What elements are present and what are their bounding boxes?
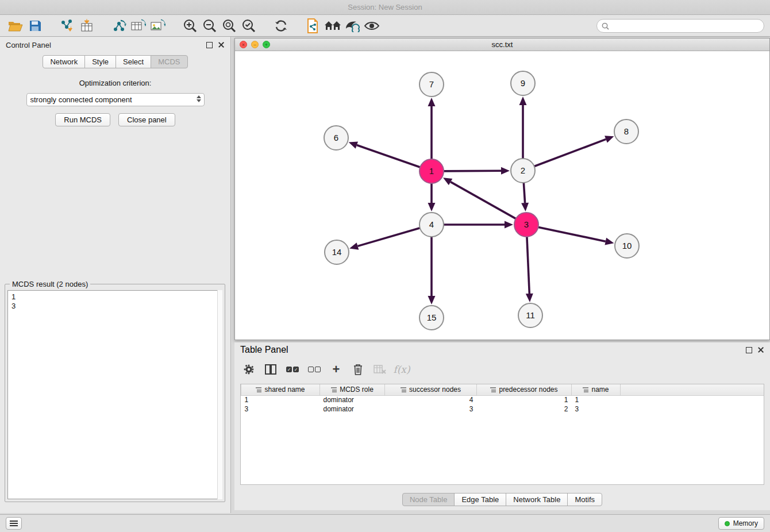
- show-hide-icon[interactable]: [362, 16, 382, 36]
- zoom-fit-icon[interactable]: [220, 16, 239, 36]
- edge-arrowhead: [349, 141, 358, 148]
- edge-arrowhead: [526, 294, 533, 302]
- graph-edge-1-6[interactable]: [357, 145, 421, 168]
- close-panel-icon[interactable]: [218, 41, 225, 48]
- deselect-all-icon[interactable]: [306, 361, 323, 378]
- edge-arrowhead: [501, 167, 510, 175]
- add-column-icon[interactable]: +: [328, 361, 345, 378]
- graph-node-4[interactable]: 4: [419, 213, 444, 237]
- export-network-file-icon[interactable]: [109, 16, 129, 36]
- tab-mcds[interactable]: MCDS: [151, 55, 187, 68]
- zoom-in-icon[interactable]: [180, 16, 200, 36]
- close-table-panel-icon[interactable]: [757, 346, 764, 353]
- minimize-window-icon[interactable]: −: [251, 41, 259, 48]
- network-graph[interactable]: 7968124314101511: [235, 51, 769, 340]
- graph-edge-2-8[interactable]: [533, 139, 606, 167]
- run-mcds-button[interactable]: Run MCDS: [55, 113, 110, 126]
- column-tree-icon: [256, 387, 261, 392]
- graph-node-1[interactable]: 1: [419, 159, 444, 183]
- tab-style[interactable]: Style: [84, 55, 116, 68]
- maximize-window-icon[interactable]: +: [263, 41, 270, 48]
- graph-node-10[interactable]: 10: [615, 234, 639, 258]
- float-table-panel-icon[interactable]: [746, 347, 752, 353]
- graph-edge-1-2[interactable]: [442, 171, 501, 171]
- zoom-out-icon[interactable]: [200, 16, 220, 36]
- table-header-row: shared nameMCDS rolesuccessor nodesprede…: [241, 384, 764, 395]
- table-row[interactable]: 1dominator411: [241, 395, 764, 404]
- table-tab-motifs[interactable]: Motifs: [567, 493, 602, 506]
- tab-select[interactable]: Select: [116, 55, 151, 68]
- optimization-criterion-dropdown[interactable]: strongly connected component: [26, 93, 205, 106]
- graph-node-11[interactable]: 11: [518, 303, 542, 327]
- column-tree-icon: [490, 387, 496, 392]
- delete-column-icon[interactable]: [349, 361, 367, 378]
- column-header-shared-name[interactable]: shared name: [241, 384, 320, 395]
- table-panel-header: Table Panel: [234, 342, 770, 357]
- graph-node-3[interactable]: 3: [514, 213, 538, 237]
- column-header-name[interactable]: name: [572, 384, 621, 395]
- close-panel-button[interactable]: Close panel: [118, 113, 175, 126]
- graph-node-7[interactable]: 7: [419, 72, 444, 97]
- table-tab-network-table[interactable]: Network Table: [506, 493, 568, 506]
- import-network-icon[interactable]: [57, 16, 77, 36]
- table-panel: Table Panel ✓✓ + f(x: [234, 342, 770, 510]
- memory-label: Memory: [733, 519, 758, 527]
- split-view-icon[interactable]: [262, 361, 279, 378]
- export-image-icon[interactable]: [148, 16, 168, 36]
- edge-arrowhead: [428, 98, 436, 106]
- network-canvas[interactable]: 7968124314101511: [235, 51, 769, 340]
- table-row[interactable]: 3dominator323: [241, 404, 764, 414]
- network-window-titlebar[interactable]: × − + scc.txt: [235, 38, 769, 51]
- column-header-predecessor-nodes[interactable]: predecessor nodes: [477, 384, 572, 395]
- delete-table-icon: [371, 361, 388, 378]
- save-session-icon[interactable]: [25, 16, 45, 36]
- mcds-result-fieldset: MCDS result (2 nodes) 1 3: [5, 284, 225, 502]
- memory-button[interactable]: Memory: [718, 517, 764, 530]
- graph-node-14[interactable]: 14: [325, 240, 349, 264]
- tab-network[interactable]: Network: [43, 55, 85, 68]
- list-icon: [10, 521, 18, 526]
- memory-status-icon: [725, 521, 730, 526]
- table-tab-node-table[interactable]: Node Table: [402, 493, 455, 506]
- graph-edge-3-10[interactable]: [537, 227, 606, 241]
- column-header-MCDS-role[interactable]: MCDS role: [320, 384, 385, 395]
- edge-arrowhead: [428, 296, 436, 304]
- graph-node-9[interactable]: 9: [511, 71, 535, 95]
- table-tab-edge-table[interactable]: Edge Table: [454, 493, 506, 506]
- search-icon: [602, 22, 609, 30]
- mcds-result-text[interactable]: 1 3: [7, 290, 222, 499]
- graph-node-8[interactable]: 8: [614, 119, 638, 144]
- svg-text:11: 11: [526, 310, 535, 320]
- float-panel-icon[interactable]: [206, 42, 213, 48]
- apply-style-icon[interactable]: [342, 16, 362, 36]
- graph-node-2[interactable]: 2: [511, 159, 535, 183]
- refresh-layout-icon[interactable]: [271, 16, 291, 36]
- settings-gear-icon[interactable]: [240, 361, 257, 378]
- graph-edge-2-3[interactable]: [523, 182, 525, 203]
- window-title: Session: New Session: [348, 3, 422, 11]
- edge-arrowhead: [519, 97, 527, 105]
- table-toolbar: ✓✓ + f(x): [240, 358, 764, 380]
- graph-edge-3-11[interactable]: [527, 236, 529, 294]
- result-scrollbar[interactable]: [217, 290, 222, 499]
- node-table: shared nameMCDS rolesuccessor nodesprede…: [240, 384, 764, 485]
- first-neighbors-icon[interactable]: [323, 16, 342, 36]
- graph-node-6[interactable]: 6: [324, 126, 348, 150]
- zoom-selected-icon[interactable]: [239, 16, 259, 36]
- table-panel-tabs: Node TableEdge TableNetwork TableMotifs: [234, 493, 770, 506]
- close-window-icon[interactable]: ×: [240, 41, 247, 48]
- open-session-icon[interactable]: [6, 16, 25, 36]
- graph-edge-4-14[interactable]: [357, 228, 421, 246]
- select-all-icon[interactable]: ✓✓: [284, 361, 301, 378]
- import-table-icon[interactable]: [77, 16, 97, 36]
- export-document-icon[interactable]: [303, 16, 323, 36]
- status-bar: Memory: [0, 514, 770, 532]
- search-field[interactable]: [596, 19, 764, 33]
- network-window-title: scc.txt: [235, 40, 769, 49]
- graph-edge-3-1[interactable]: [451, 182, 517, 219]
- column-header-successor-nodes[interactable]: successor nodes: [385, 384, 477, 395]
- search-input[interactable]: [612, 22, 764, 30]
- export-table-icon[interactable]: [129, 16, 148, 36]
- task-history-button[interactable]: [6, 517, 22, 530]
- graph-node-15[interactable]: 15: [419, 306, 444, 330]
